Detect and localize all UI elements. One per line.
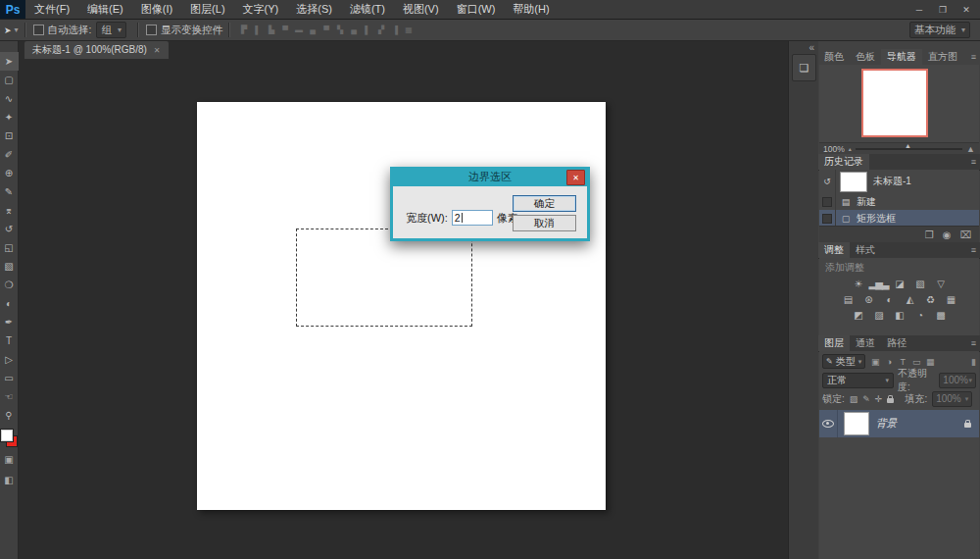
channel-mixer-icon[interactable]: ♻	[923, 293, 938, 306]
history-source-checkbox[interactable]	[819, 210, 836, 226]
align-vertical-centers-icon[interactable]: ▌	[252, 25, 264, 34]
show-transform-checkbox[interactable]	[146, 25, 157, 35]
zoom-out-icon[interactable]: ▴	[849, 145, 852, 152]
panel-menu-icon[interactable]: ≡	[971, 245, 976, 255]
eyedropper-tool[interactable]: ✐	[0, 145, 19, 164]
align-top-edges-icon[interactable]: ▛	[238, 25, 250, 34]
zoom-in-icon[interactable]: ▲	[966, 144, 975, 154]
zoom-tool[interactable]: ⚲	[0, 406, 19, 425]
path-selection-tool[interactable]: ▷	[0, 350, 19, 369]
threshold-icon[interactable]: ◧	[892, 309, 906, 322]
color-lookup-icon[interactable]: ▦	[944, 293, 958, 306]
layer-visibility-toggle[interactable]	[819, 410, 838, 437]
tab-histogram[interactable]: 直方图	[922, 49, 963, 65]
workspace-switcher[interactable]: 基本功能 ▾	[909, 22, 970, 38]
tab-close-icon[interactable]: ✕	[154, 46, 161, 55]
pen-tool[interactable]: ✒	[0, 313, 19, 331]
tab-color[interactable]: 颜色	[818, 49, 850, 65]
document-tab[interactable]: 未标题-1 @ 100%(RGB/8) ✕	[24, 41, 169, 59]
levels-icon[interactable]: ▂▅▃	[871, 278, 886, 290]
shape-filter-icon[interactable]: ▭	[910, 357, 922, 367]
history-snapshot-row[interactable]: ↺ 未标题-1	[819, 170, 979, 193]
dodge-tool[interactable]: ◐	[0, 294, 19, 313]
dialog-title-bar[interactable]: 边界选区	[390, 167, 590, 186]
menu-edit[interactable]: 编辑(E)	[78, 0, 132, 19]
auto-select-checkbox[interactable]	[33, 25, 44, 35]
delete-state-icon[interactable]: ⌧	[959, 229, 971, 240]
filter-toggle-icon[interactable]: ▮	[971, 357, 976, 367]
lasso-tool[interactable]: ∿	[0, 89, 19, 108]
gradient-map-icon[interactable]: ▩	[933, 309, 948, 322]
gradient-tool[interactable]: ▧	[0, 257, 19, 276]
tab-swatches[interactable]: 色板	[850, 49, 881, 65]
move-tool[interactable]: ➤	[0, 52, 19, 71]
lock-image-pixels-icon[interactable]: ✎	[862, 394, 870, 404]
photo-filter-icon[interactable]: ◭	[903, 293, 917, 306]
color-balance-icon[interactable]: ⊛	[861, 293, 876, 306]
menu-layer[interactable]: 图层(L)	[181, 0, 233, 19]
smart-object-filter-icon[interactable]: ▦	[924, 357, 936, 367]
crop-tool[interactable]: ⊡	[0, 127, 19, 145]
adjustment-filter-icon[interactable]: ◑	[883, 357, 895, 367]
restore-button[interactable]: ❐	[931, 1, 955, 18]
history-source-checkbox[interactable]	[819, 193, 836, 210]
quick-mask-button[interactable]: ▣	[0, 450, 19, 468]
type-filter-icon[interactable]: T	[897, 357, 908, 367]
align-right-edges-icon[interactable]: ▄	[307, 25, 318, 34]
invert-icon[interactable]: ◩	[851, 309, 865, 322]
eraser-tool[interactable]: ◱	[0, 238, 19, 257]
lock-transparent-pixels-icon[interactable]: ▨	[850, 394, 858, 404]
auto-select-dropdown[interactable]: 组 ▾	[96, 22, 126, 38]
spot-healing-brush-tool[interactable]: ⊕	[0, 164, 19, 182]
auto-align-layers-icon[interactable]: ▦	[403, 25, 415, 34]
menu-select[interactable]: 选择(S)	[287, 0, 341, 19]
menu-image[interactable]: 图像(I)	[132, 0, 181, 19]
selective-color-icon[interactable]: ◔	[912, 309, 927, 322]
cancel-button[interactable]: 取消	[513, 215, 576, 231]
align-bottom-edges-icon[interactable]: ▙	[266, 25, 277, 34]
new-document-from-state-icon[interactable]: ❐	[925, 229, 934, 240]
layer-thumbnail[interactable]	[844, 412, 869, 435]
tab-navigator[interactable]: 导航器	[881, 49, 922, 65]
posterize-icon[interactable]: ▨	[871, 309, 886, 322]
black-white-icon[interactable]: ◐	[882, 293, 897, 306]
exposure-icon[interactable]: ▧	[912, 278, 927, 290]
clone-stamp-tool[interactable]: ⌆	[0, 201, 19, 220]
history-brush-tool[interactable]: ↺	[0, 220, 19, 238]
menu-window[interactable]: 窗口(W)	[448, 0, 505, 19]
collapsed-panel-button[interactable]: ❏	[792, 54, 816, 81]
close-button[interactable]: ✕	[955, 1, 978, 18]
ok-button[interactable]: 确定	[513, 195, 576, 212]
menu-help[interactable]: 帮助(H)	[504, 0, 558, 19]
width-input[interactable]: 2	[452, 210, 493, 226]
filter-kind-dropdown[interactable]: ✎ 类型 ▾	[822, 354, 865, 369]
tab-history[interactable]: 历史记录	[818, 154, 869, 170]
panel-menu-icon[interactable]: ≡	[971, 157, 976, 167]
horizontal-type-tool[interactable]: T	[0, 331, 19, 350]
hand-tool[interactable]: ☜	[0, 387, 19, 406]
screen-mode-button[interactable]: ◧	[0, 471, 19, 488]
menu-filter[interactable]: 滤镜(T)	[341, 0, 394, 19]
color-swatches[interactable]	[1, 430, 18, 447]
history-state-row[interactable]: ▢ 矩形选框	[819, 210, 979, 226]
dialog-close-button[interactable]: ✕	[566, 170, 585, 185]
distribute-left-edges-icon[interactable]: ▌	[362, 25, 373, 34]
brightness-contrast-icon[interactable]: ☀	[851, 278, 865, 290]
align-horizontal-centers-icon[interactable]: ▬	[293, 25, 305, 34]
rectangle-tool[interactable]: ▭	[0, 369, 19, 387]
background-layer-row[interactable]: 背景	[819, 410, 979, 437]
new-snapshot-icon[interactable]: ◉	[943, 229, 952, 240]
history-brush-source-icon[interactable]: ↺	[819, 170, 836, 193]
distribute-vertical-centers-icon[interactable]: ▚	[334, 25, 346, 34]
tab-adjustments[interactable]: 调整	[818, 242, 850, 258]
canvas[interactable]	[197, 102, 606, 510]
tab-channels[interactable]: 通道	[850, 335, 881, 351]
blend-mode-dropdown[interactable]: 正常 ▾	[822, 373, 894, 388]
foreground-color-swatch[interactable]	[1, 430, 13, 441]
menu-file[interactable]: 文件(F)	[25, 0, 78, 19]
align-left-edges-icon[interactable]: ▀	[279, 25, 291, 34]
lock-position-icon[interactable]: ✛	[875, 394, 883, 404]
vibrance-icon[interactable]: ▽	[933, 278, 948, 290]
panel-menu-icon[interactable]: ≡	[971, 338, 976, 348]
tab-layers[interactable]: 图层	[818, 335, 850, 351]
